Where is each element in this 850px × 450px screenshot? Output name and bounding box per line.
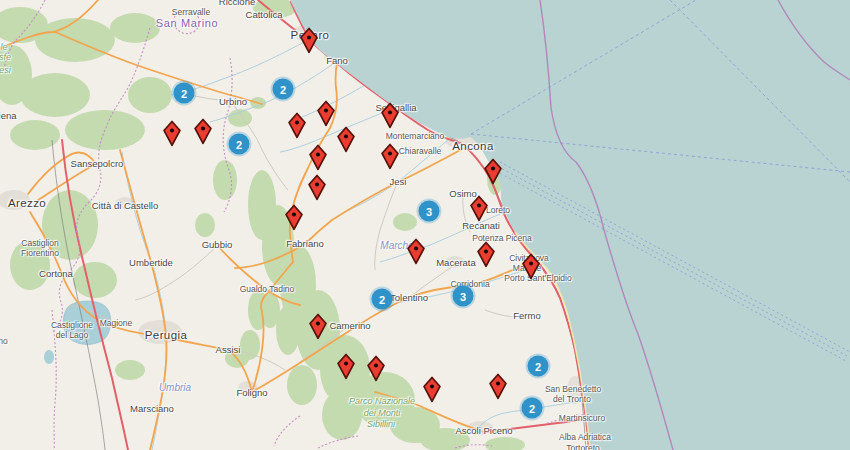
poi-marker[interactable]: [422, 376, 443, 403]
cluster-marker[interactable]: 2: [522, 398, 543, 419]
cluster-count: 2: [535, 360, 541, 372]
poi-marker-icon: [284, 204, 305, 231]
poi-marker[interactable]: [287, 112, 308, 139]
poi-marker-icon: [476, 241, 497, 268]
cluster-count: 2: [181, 87, 187, 99]
poi-marker-icon: [406, 238, 427, 265]
poi-marker[interactable]: [521, 253, 542, 280]
cluster-marker[interactable]: 3: [453, 286, 474, 307]
cluster-count: 2: [280, 83, 286, 95]
poi-marker-icon: [521, 253, 542, 280]
poi-marker[interactable]: [316, 100, 337, 127]
poi-marker[interactable]: [308, 313, 329, 340]
poi-marker[interactable]: [469, 195, 490, 222]
map-canvas[interactable]: RiccioneSerravalleSan MarinoCattolicaPes…: [0, 0, 850, 450]
poi-marker-icon: [316, 100, 337, 127]
poi-marker-icon: [366, 355, 387, 382]
poi-marker[interactable]: [193, 118, 214, 145]
cluster-count: 2: [529, 402, 535, 414]
cluster-count: 3: [426, 205, 432, 217]
poi-marker-icon: [469, 195, 490, 222]
poi-marker-icon: [299, 27, 320, 54]
poi-marker[interactable]: [307, 174, 328, 201]
poi-marker-icon: [308, 313, 329, 340]
poi-marker-icon: [380, 143, 401, 170]
poi-marker[interactable]: [284, 204, 305, 231]
cluster-marker[interactable]: 2: [229, 134, 250, 155]
poi-marker[interactable]: [336, 126, 357, 153]
cluster-count: 3: [460, 290, 466, 302]
cluster-marker[interactable]: 3: [419, 201, 440, 222]
poi-marker-icon: [336, 353, 357, 380]
poi-marker-icon: [162, 120, 183, 147]
cluster-marker[interactable]: 2: [528, 356, 549, 377]
poi-marker[interactable]: [406, 238, 427, 265]
poi-marker-icon: [308, 144, 329, 171]
poi-marker[interactable]: [476, 241, 497, 268]
poi-marker[interactable]: [299, 27, 320, 54]
poi-marker-icon: [287, 112, 308, 139]
poi-marker[interactable]: [483, 158, 504, 185]
cluster-count: 2: [379, 293, 385, 305]
poi-marker[interactable]: [488, 373, 509, 400]
poi-marker-icon: [307, 174, 328, 201]
poi-marker[interactable]: [380, 143, 401, 170]
poi-marker[interactable]: [336, 353, 357, 380]
cluster-count: 2: [236, 138, 242, 150]
poi-marker-icon: [483, 158, 504, 185]
poi-marker-icon: [488, 373, 509, 400]
poi-marker[interactable]: [308, 144, 329, 171]
cluster-marker[interactable]: 2: [273, 79, 294, 100]
poi-marker-icon: [422, 376, 443, 403]
poi-marker[interactable]: [380, 102, 401, 129]
poi-marker-icon: [193, 118, 214, 145]
poi-marker-icon: [380, 102, 401, 129]
poi-marker[interactable]: [366, 355, 387, 382]
cluster-marker[interactable]: 2: [372, 289, 393, 310]
cluster-marker[interactable]: 2: [174, 83, 195, 104]
poi-marker[interactable]: [162, 120, 183, 147]
poi-marker-icon: [336, 126, 357, 153]
